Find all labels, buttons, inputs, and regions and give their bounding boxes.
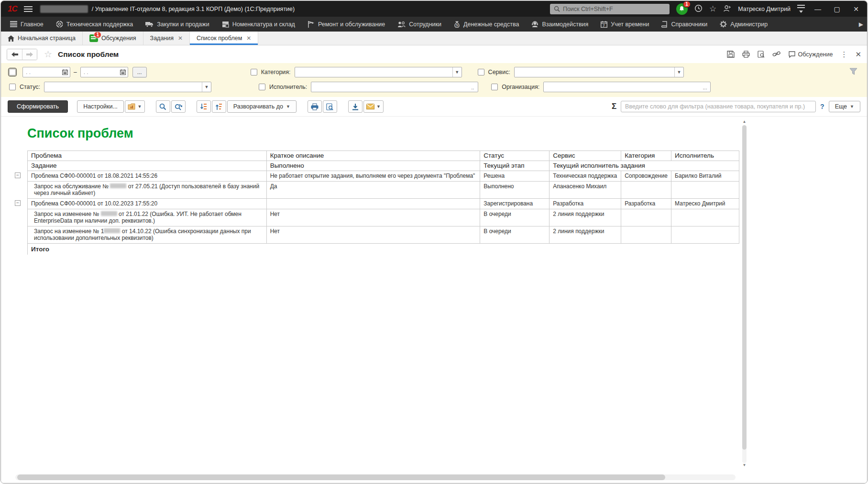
chevron-down-icon[interactable]: ▼ (674, 67, 683, 77)
find-next-icon[interactable] (171, 100, 186, 113)
expand-rows-icon[interactable] (212, 100, 226, 113)
tab-close-icon[interactable]: ✕ (246, 35, 251, 42)
table-cell[interactable]: 2 линия поддержки (549, 209, 621, 226)
tab-close-icon[interactable]: ✕ (178, 35, 183, 42)
table-cell[interactable]: Проблема СФ00-000001 от 10.02.2023 17:55… (28, 199, 267, 209)
forward-button[interactable] (22, 49, 37, 60)
table-cell[interactable]: Проблема СФ00-000001 от 18.08.2021 14:55… (28, 171, 267, 182)
settings-button[interactable]: Настройки... (77, 100, 124, 113)
service-select[interactable]: ▼ (514, 67, 684, 77)
period-checkbox[interactable] (9, 69, 16, 75)
link-icon[interactable] (772, 51, 780, 57)
menu-item-money[interactable]: SДенежные средства (448, 17, 525, 32)
filter-funnel-icon[interactable] (849, 68, 857, 76)
main-menu-icon[interactable] (24, 6, 33, 12)
table-cell[interactable]: Апанасенко Михаил (549, 182, 621, 199)
table-cell[interactable] (671, 182, 739, 199)
find-icon[interactable] (156, 100, 170, 113)
table-cell[interactable]: Запрос на обслуживание № от 27.05.21 (До… (28, 182, 267, 199)
menu-item-warehouse[interactable]: Номенклатура и склад (216, 17, 301, 32)
global-search-input[interactable]: Поиск Ctrl+Shift+F (550, 4, 670, 14)
generate-button[interactable]: Сформировать (8, 100, 68, 113)
more-button[interactable]: Еще ▼ (829, 101, 860, 112)
service-checkbox[interactable] (478, 69, 484, 75)
table-cell[interactable]: Разработка (621, 199, 671, 209)
settings-menu-icon[interactable] (797, 5, 805, 13)
executor-checkbox[interactable] (259, 84, 265, 90)
back-button[interactable] (7, 49, 22, 60)
table-cell[interactable]: Матреско Дмитрий (671, 199, 739, 209)
print-preview-icon[interactable] (323, 100, 337, 113)
close-form-icon[interactable]: ✕ (855, 50, 861, 59)
favorites-star-icon[interactable]: ☆ (709, 4, 716, 14)
table-cell[interactable] (671, 209, 739, 226)
table-cell[interactable]: Выполнено (480, 182, 549, 199)
table-cell[interactable]: Разработка (549, 199, 621, 209)
vertical-scroll-thumb[interactable] (742, 125, 747, 450)
save-icon[interactable] (727, 51, 735, 58)
table-cell[interactable]: Нет (267, 226, 481, 244)
table-cell[interactable]: Нет (267, 209, 481, 226)
menu-item-lifebuoy[interactable]: Техническая поддержка (50, 17, 139, 32)
vertical-scrollbar[interactable]: ▲ ▼ (741, 119, 747, 469)
table-cell[interactable]: В очереди (480, 226, 549, 244)
table-cell[interactable]: Барилко Виталий (671, 171, 739, 182)
menu-item-people[interactable]: Сотрудники (391, 17, 448, 32)
table-cell[interactable]: Не работает открытие задания, выполняем … (267, 171, 481, 182)
more-actions-icon[interactable]: ⋮ (840, 50, 847, 59)
date-to-field[interactable]: . . (80, 67, 128, 77)
maximize-button[interactable]: ▢ (831, 5, 843, 13)
period-variants-button[interactable]: ... (132, 67, 147, 77)
favorite-star-icon[interactable]: ☆ (44, 49, 52, 60)
calendar-icon[interactable] (60, 67, 70, 77)
table-cell[interactable] (671, 226, 739, 244)
menu-item-interactions[interactable]: Взаимодействия (525, 17, 594, 32)
scroll-up-icon[interactable]: ▲ (741, 119, 747, 125)
help-icon[interactable]: ? (820, 103, 824, 110)
expand-to-button[interactable]: Разворачивать до ▼ (227, 100, 297, 113)
print-icon[interactable] (308, 100, 322, 113)
organization-checkbox[interactable] (491, 84, 498, 90)
table-cell[interactable]: В очереди (480, 209, 549, 226)
table-cell[interactable] (621, 182, 671, 199)
table-cell[interactable]: Техническая поддержка (549, 171, 621, 182)
category-checkbox[interactable] (251, 69, 257, 75)
menu-item-truck[interactable]: Закупки и продажи (139, 17, 216, 32)
print-preview-icon[interactable] (758, 51, 765, 58)
chevron-down-icon[interactable]: ▼ (452, 67, 461, 77)
menu-item-gear[interactable]: Администрир (714, 17, 774, 32)
send-email-button[interactable]: ▼ (363, 100, 384, 113)
chevron-down-icon[interactable]: ▼ (202, 82, 211, 92)
collapse-rows-icon[interactable] (197, 100, 211, 113)
tab-начальная-страница[interactable]: Начальная страница (1, 32, 83, 45)
menu-overflow-arrow-icon[interactable]: ▶ (855, 17, 867, 32)
print-icon[interactable] (742, 51, 750, 58)
menu-item-book[interactable]: Справочники (655, 17, 714, 32)
autosum-icon[interactable]: Σ (612, 102, 616, 111)
status-checkbox[interactable] (9, 84, 16, 90)
report-variants-button[interactable]: ▼ (125, 100, 145, 113)
ellipsis-icon[interactable]: ... (700, 82, 710, 92)
tab-задания[interactable]: Задания✕ (143, 32, 190, 45)
current-user-name[interactable]: Матреско Дмитрий (738, 6, 791, 12)
menu-item-sections[interactable]: Главное (4, 17, 50, 32)
minimize-button[interactable]: — (812, 5, 824, 13)
table-cell[interactable]: Сопровождение (621, 171, 671, 182)
close-button[interactable]: ✕ (850, 5, 862, 13)
executor-field[interactable]: .. (311, 82, 478, 92)
tab-список-проблем[interactable]: Список проблем✕ (190, 32, 258, 45)
date-from-field[interactable]: . . (22, 67, 70, 77)
notifications-bell-icon[interactable]: 1 (676, 3, 688, 15)
collapse-expander[interactable]: − (15, 172, 21, 178)
user-switch-icon[interactable] (723, 5, 731, 13)
category-select[interactable]: ▼ (295, 67, 462, 77)
ellipsis-icon[interactable]: .. (467, 82, 478, 92)
table-cell[interactable]: Решена (480, 171, 549, 182)
menu-item-repair[interactable]: Ремонт и обслуживание (301, 17, 391, 32)
table-cell[interactable] (621, 209, 671, 226)
scroll-down-icon[interactable]: ▼ (741, 463, 747, 469)
horizontal-scrollbar[interactable] (15, 474, 736, 480)
collapse-expander[interactable]: − (15, 200, 21, 206)
table-cell[interactable]: 2 линия поддержки (549, 226, 621, 244)
table-cell[interactable]: Зарегистрирована (480, 199, 549, 209)
